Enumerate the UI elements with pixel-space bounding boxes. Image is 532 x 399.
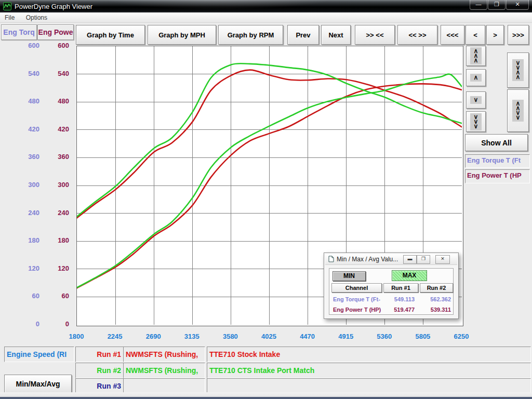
rpm-axis-tick: 3580	[216, 332, 245, 340]
scroll-left-fast-button[interactable]: <<<	[441, 25, 464, 45]
minmax-row-power-channel: Eng Power T (HP)	[333, 307, 381, 313]
rpm-axis-tick: 2245	[100, 332, 129, 340]
document-icon	[328, 256, 335, 262]
title-bar: PowerDyne Graph Viewer — ❐ ✕	[0, 0, 532, 12]
chevron-up-icon: ∧	[470, 74, 482, 82]
column-header-run1[interactable]: Run #1	[383, 283, 418, 292]
next-button[interactable]: Next	[321, 25, 351, 45]
rpm-axis-tick: 4470	[293, 332, 322, 340]
power-axis-tick: 240	[47, 209, 69, 217]
power-axis-tick: 300	[47, 181, 69, 189]
run1-title-field[interactable]: TTE710 Stock Intake	[207, 347, 531, 362]
minmax-row-torque-channel: Eng Torque T (Ft-	[333, 296, 380, 302]
torque-axis-tick: 240	[18, 209, 39, 217]
compress-vertical-icon: ∨∨ ∧∧	[512, 59, 524, 81]
scroll-up-button[interactable]: ∧	[466, 69, 486, 86]
minmax-close-button[interactable]: ✕	[435, 255, 450, 264]
minmax-restore-button[interactable]: ❐	[417, 255, 430, 264]
prev-button[interactable]: Prev	[287, 25, 319, 45]
powerdyne-window: { "window": { "title": "PowerDyne Graph …	[0, 0, 532, 399]
scroll-right-fast-button[interactable]: >>>	[508, 25, 529, 45]
rpm-axis-tick: 5805	[408, 332, 437, 340]
tab-eng-power[interactable]: Eng Powe	[37, 24, 74, 40]
torque-axis-tick: 0	[18, 320, 39, 328]
rpm-axis-tick: 3135	[177, 332, 206, 340]
expand-y-button[interactable]: ∧∧ ∨∨	[507, 89, 529, 132]
power-axis-tick: 600	[47, 42, 69, 50]
power-channel-label[interactable]: Eng Power T (HP	[465, 169, 530, 183]
minmax-title-bar[interactable]: Min / Max / Avg Valu... ▬ ❐ ✕	[325, 254, 457, 265]
show-all-button[interactable]: Show All	[465, 134, 528, 151]
window-bottom-frame	[0, 392, 532, 399]
scroll-up-fast-button[interactable]: ∧∧∧	[466, 46, 486, 66]
torque-axis-tick: 600	[18, 42, 39, 50]
run3-label: Run #3	[75, 378, 124, 394]
power-axis-tick: 180	[47, 236, 69, 245]
minmax-window: Min / Max / Avg Valu... ▬ ❐ ✕ MIN MAX Ch…	[324, 252, 459, 319]
scroll-down-button[interactable]: ∨	[466, 91, 486, 109]
graph-by-time-button[interactable]: Graph by Time	[76, 25, 145, 45]
torque-axis-tick: 120	[18, 264, 39, 273]
column-header-run2[interactable]: Run #2	[420, 283, 453, 292]
run1-label: Run #1	[75, 347, 124, 362]
run2-title-field[interactable]: TTE710 CTS Intake Port Match	[207, 363, 531, 378]
scroll-left-button[interactable]: <	[466, 25, 485, 45]
rpm-axis-tick: 4915	[331, 332, 361, 340]
rpm-axis-tick: 5360	[370, 332, 399, 340]
window-title: PowerDyne Graph Viewer	[15, 3, 92, 10]
chevron-down-icon: ∨	[470, 96, 482, 104]
minmax-torque-run1-value: 549.113	[383, 296, 415, 302]
minmaxavg-button[interactable]: Min/Max/Avg	[4, 375, 72, 393]
torque-axis-tick: 60	[18, 292, 39, 300]
minmax-power-run2-value: 539.311	[420, 307, 451, 313]
graph-by-mph-button[interactable]: Graph by MPH	[148, 25, 216, 45]
restore-button[interactable]: ❐	[488, 0, 506, 10]
run3-comment-field[interactable]	[123, 378, 205, 394]
run1-comment-field[interactable]: NWMSFTS (Rushing,	[123, 347, 205, 362]
power-axis-tick: 540	[47, 70, 69, 78]
rpm-axis-tick: 1800	[62, 332, 91, 340]
run2-comment-field[interactable]: NWMSFTS (Rushing,	[123, 363, 205, 378]
compress-x-button[interactable]: >> <<	[355, 25, 395, 45]
torque-axis-tick: 300	[18, 181, 39, 189]
max-toggle-button[interactable]: MAX	[392, 270, 427, 281]
run3-title-field[interactable]	[207, 378, 531, 394]
triple-chevron-down-icon: ∨∨∨	[470, 113, 482, 130]
app-icon	[3, 2, 11, 10]
scroll-right-button[interactable]: >	[486, 25, 504, 45]
rpm-axis-tick: 6250	[447, 332, 476, 340]
rpm-axis-tick: 2690	[139, 332, 168, 340]
torque-axis-tick: 420	[18, 125, 39, 134]
torque-axis-tick: 480	[18, 97, 39, 105]
column-header-channel[interactable]: Channel	[331, 283, 382, 292]
expand-x-button[interactable]: << >>	[397, 25, 437, 45]
graph-by-rpm-button[interactable]: Graph by RPM	[218, 25, 283, 45]
power-axis-tick: 120	[47, 264, 69, 273]
torque-axis-tick: 180	[18, 236, 39, 245]
compress-y-button[interactable]: ∨∨ ∧∧	[507, 52, 529, 88]
minmax-table: MIN MAX Channel Run #1 Run #2 Eng Torque…	[329, 268, 454, 315]
torque-channel-label[interactable]: Eng Torque T (Ft	[465, 154, 530, 168]
menu-file[interactable]: File	[0, 12, 19, 21]
power-axis-tick: 360	[47, 153, 69, 161]
power-axis-tick: 60	[47, 292, 69, 300]
menu-bar: File Options	[0, 12, 532, 23]
power-axis-tick: 0	[47, 320, 69, 328]
minmax-torque-run2-value: 562.362	[420, 296, 451, 302]
min-toggle-button[interactable]: MIN	[332, 271, 366, 281]
run2-label: Run #2	[75, 363, 124, 378]
menu-options[interactable]: Options	[21, 12, 52, 21]
x-channel-label[interactable]: Engine Speed (RI	[4, 347, 74, 362]
rpm-axis-tick: 4025	[255, 332, 284, 340]
torque-axis-tick: 540	[18, 70, 39, 78]
minimize-button[interactable]: —	[470, 0, 487, 10]
minmax-minimize-button[interactable]: ▬	[403, 255, 417, 264]
close-button[interactable]: ✕	[506, 0, 529, 10]
scroll-down-fast-button[interactable]: ∨∨∨	[466, 111, 486, 132]
tab-eng-torque[interactable]: Eng Torq	[1, 24, 37, 40]
power-axis-tick: 420	[47, 125, 69, 134]
minmax-power-run1-value: 519.477	[383, 307, 415, 313]
torque-axis-tick: 360	[18, 153, 39, 161]
power-axis-tick: 480	[47, 97, 69, 105]
triple-chevron-up-icon: ∧∧∧	[470, 47, 482, 64]
